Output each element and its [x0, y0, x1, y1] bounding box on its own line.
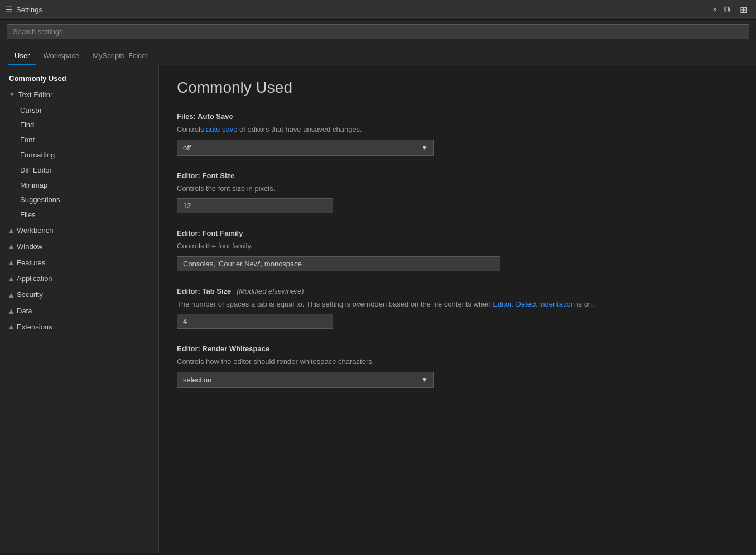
chevron-down-icon: ▼	[9, 90, 15, 100]
sidebar-label-text-editor: Text Editor	[18, 89, 52, 101]
chevron-right-icon-extensions: ▶	[6, 325, 16, 329]
sidebar-label-suggestions: Suggestions	[20, 194, 60, 206]
render-whitespace-select[interactable]: none boundary selection trailing all	[177, 372, 434, 388]
setting-label-tab-size: Editor: Tab Size (Modified elsewhere)	[177, 287, 738, 295]
setting-files-auto-save: Files: Auto Save Controls auto save of e…	[177, 112, 738, 156]
tab-bar: User Workspace MyScripts Folder	[0, 44, 756, 65]
close-tab-button[interactable]: ×	[709, 4, 720, 15]
setting-label-render-whitespace: Editor: Render Whitespace	[177, 345, 738, 353]
chevron-right-icon-window: ▶	[6, 245, 16, 249]
auto-save-select[interactable]: off afterDelay onFocusChange onWindowCha…	[177, 140, 434, 156]
sidebar-label-extensions: Extensions	[17, 322, 52, 333]
auto-save-select-wrapper: off afterDelay onFocusChange onWindowCha…	[177, 140, 434, 156]
sidebar-item-workbench[interactable]: ▶ Workbench	[0, 223, 158, 239]
setting-label-files-auto-save: Files: Auto Save	[177, 112, 738, 121]
sidebar-item-find[interactable]: Find	[0, 118, 158, 133]
sidebar-item-font[interactable]: Font	[0, 133, 158, 148]
tab-workspace[interactable]: Workspace	[36, 47, 86, 65]
setting-desc-render-whitespace: Controls how the editor should render wh…	[177, 356, 738, 367]
chevron-right-icon-security: ▶	[6, 293, 16, 298]
sidebar-label-font: Font	[20, 135, 35, 146]
sidebar-item-data[interactable]: ▶ Data	[0, 303, 158, 319]
setting-desc-font-family: Controls the font family.	[177, 241, 738, 252]
menu-icon: ☰	[6, 5, 13, 14]
sidebar-item-extensions[interactable]: ▶ Extensions	[0, 319, 158, 336]
setting-editor-font-family: Editor: Font Family Controls the font fa…	[177, 229, 738, 271]
content-area: Commonly Used Files: Auto Save Controls …	[159, 65, 756, 553]
sidebar-label-minimap: Minimap	[20, 180, 47, 192]
search-bar	[0, 20, 756, 44]
sidebar-item-files[interactable]: Files	[0, 208, 158, 223]
setting-editor-render-whitespace: Editor: Render Whitespace Controls how t…	[177, 345, 738, 388]
sidebar-label-features: Features	[17, 257, 45, 269]
sidebar-label-window: Window	[17, 241, 42, 253]
sidebar-label-commonly-used: Commonly Used	[9, 73, 66, 85]
sidebar-item-cursor[interactable]: Cursor	[0, 103, 158, 118]
sidebar-label-workbench: Workbench	[17, 225, 54, 237]
modified-tag: (Modified elsewhere)	[237, 287, 304, 295]
split-editor-button[interactable]: ⧉	[720, 3, 733, 16]
sidebar-item-commonly-used[interactable]: Commonly Used	[0, 71, 158, 87]
sidebar-label-formatting: Formatting	[20, 150, 55, 161]
setting-desc-font-size: Controls the font size in pixels.	[177, 183, 738, 194]
sidebar-item-diff-editor[interactable]: Diff Editor	[0, 163, 158, 178]
tab-myscripts[interactable]: MyScripts Folder	[86, 47, 154, 65]
sidebar-item-security[interactable]: ▶ Security	[0, 287, 158, 303]
tab-size-input[interactable]	[177, 314, 333, 329]
sidebar-label-diff-editor: Diff Editor	[20, 165, 52, 176]
tab-user[interactable]: User	[8, 47, 36, 65]
title-bar: ☰ Settings × ⧉ ⊞	[0, 0, 756, 20]
setting-desc-files-auto-save: Controls auto save of editors that have …	[177, 124, 738, 135]
setting-label-font-size: Editor: Font Size	[177, 171, 738, 180]
content-title: Commonly Used	[177, 79, 738, 97]
tab-myscripts-suffix: Folder	[129, 52, 148, 60]
sidebar-item-features[interactable]: ▶ Features	[0, 255, 158, 271]
detect-indentation-link[interactable]: Editor: Detect Indentation	[493, 300, 575, 308]
sidebar: Commonly Used ▼ Text Editor Cursor Find …	[0, 65, 159, 553]
setting-desc-tab-size: The number of spaces a tab is equal to. …	[177, 299, 738, 310]
sidebar-label-find: Find	[20, 119, 34, 131]
sidebar-label-application: Application	[17, 273, 52, 285]
render-whitespace-select-wrapper: none boundary selection trailing all ▼	[177, 372, 434, 388]
tab-myscripts-label: MyScripts	[93, 51, 124, 60]
search-input[interactable]	[7, 24, 749, 39]
main-layout: Commonly Used ▼ Text Editor Cursor Find …	[0, 65, 756, 553]
chevron-right-icon-data: ▶	[6, 309, 16, 313]
open-settings-json-button[interactable]: ⊞	[736, 3, 750, 16]
setting-editor-font-size: Editor: Font Size Controls the font size…	[177, 171, 738, 214]
sidebar-item-minimap[interactable]: Minimap	[0, 178, 158, 193]
sidebar-item-window[interactable]: ▶ Window	[0, 239, 158, 255]
sidebar-item-text-editor[interactable]: ▼ Text Editor	[0, 87, 158, 103]
setting-label-font-family: Editor: Font Family	[177, 229, 738, 237]
sidebar-item-suggestions[interactable]: Suggestions	[0, 193, 158, 208]
sidebar-label-data: Data	[17, 305, 32, 317]
title-bar-actions: ⧉ ⊞	[720, 3, 750, 16]
title-bar-title: Settings	[16, 6, 709, 14]
sidebar-label-cursor: Cursor	[20, 105, 42, 117]
font-family-input[interactable]	[177, 256, 500, 271]
sidebar-item-formatting[interactable]: Formatting	[0, 148, 158, 163]
chevron-right-icon: ▶	[6, 228, 16, 233]
sidebar-label-security: Security	[17, 289, 43, 301]
sidebar-label-files: Files	[20, 209, 35, 221]
chevron-right-icon-features: ▶	[6, 261, 16, 265]
sidebar-item-application[interactable]: ▶ Application	[0, 271, 158, 287]
font-size-input[interactable]	[177, 198, 333, 213]
setting-editor-tab-size: Editor: Tab Size (Modified elsewhere) Th…	[177, 287, 738, 329]
auto-save-link[interactable]: auto save	[206, 125, 237, 133]
chevron-right-icon-application: ▶	[6, 277, 16, 281]
